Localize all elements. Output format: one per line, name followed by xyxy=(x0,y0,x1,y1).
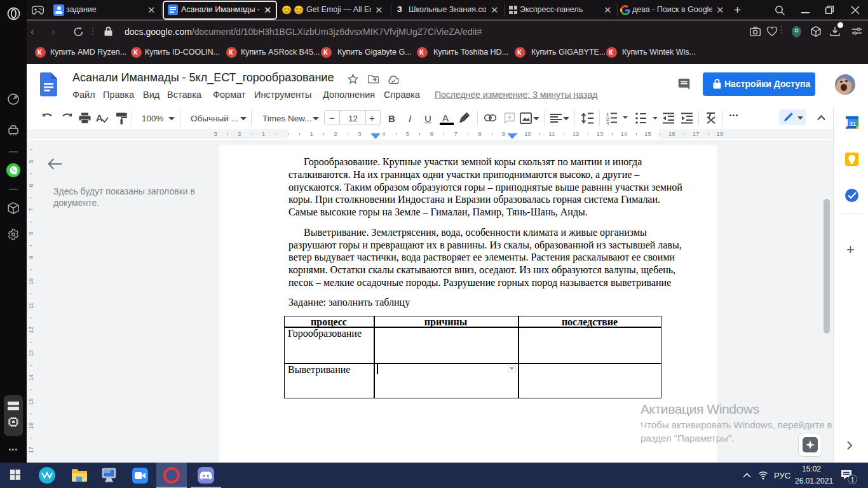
svg-text:31: 31 xyxy=(850,121,856,127)
svg-text:3: 3 xyxy=(606,121,609,125)
